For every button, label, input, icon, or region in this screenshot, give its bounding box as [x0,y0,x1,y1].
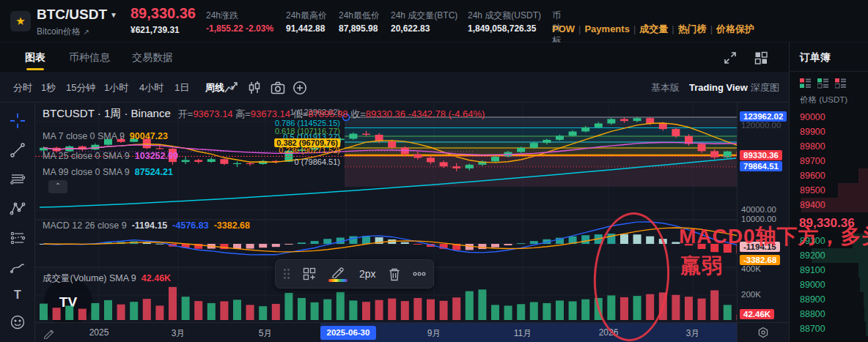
symbol-title: BTC/USDT [37,7,107,22]
gear-icon [757,327,769,338]
price-axis-label: 79864.51 [740,161,782,171]
tab-2[interactable]: 交易数据 [132,42,173,73]
fib-tool-icon[interactable] [9,171,26,188]
bitcoin-price-link[interactable]: Bitcoin价格 ↗ [37,26,89,38]
price-scale[interactable]: 123962.02120000.0089330.3679864.5140000.… [737,103,789,322]
price-axis-label: 89330.36 [740,150,782,160]
bid-row[interactable]: 89000 [790,278,868,292]
order-book-current-price[interactable]: 89,330.36 [790,212,868,234]
price-axis-tick: 40000.00 [741,205,776,214]
last-price: 89,330.36 [130,5,196,22]
tag-link[interactable]: POW [552,23,575,34]
line-weight-button[interactable]: 2px [359,268,376,280]
crosshair-tool-icon[interactable] [9,112,26,130]
book-mode-bids-icon[interactable] [817,78,828,89]
tab-1[interactable]: 币种信息 [69,42,110,73]
color-pencil-button[interactable] [328,266,347,282]
price-axis-tick: 200K [741,290,761,299]
order-book-title: 订单簿 [790,42,868,72]
bid-row[interactable]: 88800 [790,307,868,321]
price-axis-tick: 400K [741,264,761,273]
time-axis-label: 2025 [89,327,109,338]
interval-分时[interactable]: 分时 [13,73,32,102]
tag-link[interactable]: 热门榜 [678,23,707,34]
time-axis[interactable]: 20253月5月9月11月20263月 2025-06-30 [0,322,737,342]
section-tabs: 图表币种信息交易数据 [0,42,789,73]
book-mode-both-icon[interactable] [800,78,811,89]
star-icon: ★ [15,15,25,28]
ask-row[interactable]: 89700 [790,154,868,168]
time-axis-label: 5月 [259,327,273,340]
ma25-legend: MA 25 close 0 SMA 9103252.99 [43,151,178,161]
price-axis-label: 42.46K [740,309,774,319]
ma99-legend: MA 99 close 0 SMA 987524.21 [43,167,173,177]
price-axis-tick: 120000.00 [741,121,781,130]
expand-icon[interactable] [723,51,738,65]
selected-date-label: 2025-06-30 [320,326,376,340]
ask-row[interactable]: 89900 [790,124,868,139]
time-axis-label: 2026 [599,327,619,338]
interval-15分钟[interactable]: 15分钟 [66,73,95,102]
ask-row[interactable]: 90000 [790,110,868,124]
xabcd-pattern-tool-icon[interactable] [9,200,26,218]
more-options-button[interactable] [413,272,426,276]
chart-title: BTCUSDT · 1周 · Binance [43,107,171,119]
tab-0[interactable]: 图表 [25,42,45,73]
order-book-modes [790,72,868,92]
bid-row[interactable]: 89300 [790,234,868,248]
line-chart-type-icon[interactable] [223,80,239,96]
favorite-star-button[interactable]: ★ [10,11,31,31]
camera-icon[interactable] [270,80,286,96]
add-template-button[interactable] [302,267,317,281]
position-tool-icon[interactable] [9,229,26,247]
bid-row[interactable]: 89200 [790,248,868,263]
delete-drawing-button[interactable] [388,267,401,281]
view-mode-1[interactable]: Trading View [689,73,748,102]
fib-level-label: 0 (79864.51) [295,157,340,166]
timezone-settings-corner[interactable] [737,322,789,342]
ask-row[interactable]: 89600 [790,168,868,183]
tag-link[interactable]: 价格保护 [716,23,754,34]
time-axis-label: 3月 [172,327,185,340]
trendline-tool-icon[interactable] [9,141,26,159]
interval-1秒[interactable]: 1秒 [41,73,56,102]
book-mode-asks-icon[interactable] [835,78,846,89]
trading-page: ★ BTC/USDT▼ Bitcoin价格 ↗ 89,330.36 ¥621,7… [0,0,868,342]
bid-row[interactable]: 88900 [790,292,868,307]
interval-4小时[interactable]: 4小时 [139,73,163,102]
text-tool-icon[interactable]: T [9,286,26,304]
symbol-selector[interactable]: BTC/USDT▼ [37,7,117,23]
interval-1日[interactable]: 1日 [174,73,189,102]
collapse-chevron-button[interactable]: ⌃ [48,180,67,193]
ask-row[interactable]: 89800 [790,139,868,154]
interval-1小时[interactable]: 1小时 [104,73,128,102]
drag-handle[interactable] [283,268,290,280]
ma7-legend: MA 7 close 0 SMA 990047.23 [43,131,168,141]
last-price-cny: ¥621,739.31 [130,25,180,35]
bid-row[interactable]: 89100 [790,263,868,278]
drawing-properties-toolbar: 2px [275,259,434,289]
brush-tool-icon[interactable] [9,259,26,276]
fib-level-label: 0.236 (90271.52) [279,146,340,155]
tag-link[interactable]: 成交量 [639,23,668,34]
volume-legend: 成交量(Volume) SMA 942.46K [43,272,171,285]
tag-link[interactable]: Payments [584,23,629,34]
view-mode-2[interactable]: 深度图 [751,73,779,102]
ask-row[interactable]: 89500 [790,183,868,198]
time-axis-label: 3月 [686,327,700,340]
chart-area: TV T [0,103,789,342]
time-axis-label: 9月 [427,327,441,340]
candles-type-icon[interactable] [246,80,262,96]
add-indicator-icon[interactable] [292,80,308,96]
external-link-icon: ↗ [83,28,89,36]
ask-row[interactable]: 89400 [790,198,868,212]
bid-row[interactable]: 88700 [790,321,868,336]
app-header: ★ BTC/USDT▼ Bitcoin价格 ↗ 89,330.36 ¥621,7… [0,0,868,42]
price-axis-tick: 10000.00 [741,215,776,223]
view-mode-0[interactable]: 基本版 [651,73,680,102]
layout-grid-icon[interactable] [754,51,768,65]
chevron-down-icon: ▼ [110,11,117,19]
color-strip [328,279,347,282]
macd-legend: MACD 12 26 close 9-1194.15-4576.83-3382.… [43,220,250,231]
emoji-tool-icon[interactable] [9,313,26,331]
